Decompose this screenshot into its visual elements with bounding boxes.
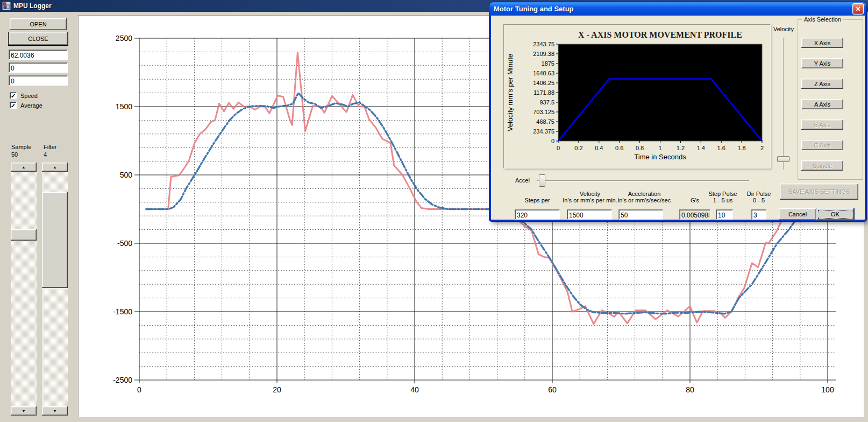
sample-label: Sample	[11, 144, 31, 150]
save-axis-settings-button: SAVE AXIS SETTINGS	[780, 184, 858, 200]
speed-checkbox[interactable]: ✓	[10, 92, 17, 99]
svg-text:0.8: 0.8	[636, 145, 644, 151]
z-axis-button[interactable]: Z Axis	[801, 79, 843, 89]
sample-scroll-down-button[interactable]: ▼	[11, 406, 37, 416]
close-icon[interactable]: ✕	[852, 3, 864, 15]
svg-text:-1500: -1500	[113, 307, 132, 316]
speed-checkbox-label: Speed	[20, 93, 38, 99]
svg-text:20: 20	[273, 385, 281, 394]
svg-text:1.2: 1.2	[677, 145, 685, 151]
filter-scroll-down-button[interactable]: ▼	[42, 406, 68, 416]
gs-field	[679, 209, 710, 220]
svg-text:1875: 1875	[542, 60, 554, 67]
cancel-button[interactable]: Cancel	[779, 208, 816, 220]
value-input-2[interactable]	[9, 62, 68, 73]
svg-text:937.5: 937.5	[539, 99, 554, 105]
a-axis-button[interactable]: A Axis	[801, 99, 843, 109]
average-checkbox[interactable]: ✓	[10, 102, 17, 109]
svg-text:234.375: 234.375	[533, 128, 554, 135]
svg-text:Time in Seconds: Time in Seconds	[634, 153, 686, 161]
sample-scroll-up-button[interactable]: ▲	[11, 163, 37, 172]
dir-pulse-label: Dir Pulse	[743, 191, 775, 197]
dialog-titlebar[interactable]: Motor Tuning and Setup ✕	[489, 2, 866, 16]
sample-scroll-track[interactable]	[11, 172, 37, 406]
open-button[interactable]: OPEN	[10, 18, 67, 30]
motor-tuning-dialog[interactable]: Motor Tuning and Setup ✕ X - AXIS MOTOR …	[489, 2, 866, 221]
step-pulse-sublabel: 1 - 5 us	[706, 197, 739, 203]
arrow-up-icon: ▲	[22, 165, 26, 169]
dir-pulse-sublabel: 0 - 5	[743, 197, 775, 203]
velocity-field-label: Velocity	[563, 191, 617, 197]
velocity-input[interactable]	[567, 209, 612, 220]
svg-text:0: 0	[551, 138, 554, 144]
accel-slider-track[interactable]	[537, 180, 749, 181]
svg-text:0.4: 0.4	[595, 145, 603, 151]
svg-text:1.4: 1.4	[697, 145, 705, 151]
arrow-down-icon: ▼	[22, 409, 26, 413]
dir-pulse-input[interactable]	[751, 209, 766, 220]
svg-text:0.6: 0.6	[615, 145, 623, 151]
value-input-3[interactable]	[9, 75, 68, 86]
arrow-down-icon: ▼	[53, 409, 57, 413]
filter-scroll-up-button[interactable]: ▲	[42, 163, 68, 172]
app-icon	[2, 2, 11, 10]
svg-text:80: 80	[686, 385, 694, 394]
accel-slider-label: Accel	[515, 177, 530, 184]
checkmark-icon: ✓	[11, 93, 16, 99]
svg-text:0.2: 0.2	[574, 145, 582, 151]
svg-text:40: 40	[410, 385, 419, 394]
c-axis-button: C Axis	[801, 140, 843, 150]
svg-text:0: 0	[137, 385, 141, 394]
ok-button[interactable]: OK	[816, 208, 854, 220]
motor-profile-chart-svg: X - AXIS MOTOR MOVEMENT PROFILE2343.7521…	[504, 25, 770, 168]
motor-profile-chart-canvas: X - AXIS MOTOR MOVEMENT PROFILE2343.7521…	[503, 24, 771, 168]
svg-text:60: 60	[548, 385, 557, 394]
svg-text:1171.88: 1171.88	[533, 89, 554, 96]
filter-scroll-track[interactable]	[42, 172, 68, 406]
svg-text:X - AXIS MOTOR MOVEMENT PROFIL: X - AXIS MOTOR MOVEMENT PROFILE	[578, 30, 742, 39]
sample-scrollbar[interactable]: ▲ ▼	[11, 163, 37, 416]
svg-text:703.125: 703.125	[533, 109, 554, 115]
svg-text:100: 100	[821, 385, 834, 394]
steps-per-input[interactable]	[515, 209, 560, 220]
acceleration-field-sublabel: in's or mm's/sec/sec	[615, 197, 674, 203]
value-input-1[interactable]	[9, 50, 68, 60]
sample-scroll-thumb[interactable]	[11, 229, 37, 241]
close-button[interactable]: CLOSE	[9, 32, 68, 45]
arrow-up-icon: ▲	[53, 165, 57, 169]
svg-text:1500: 1500	[116, 102, 132, 111]
svg-text:1.6: 1.6	[717, 145, 725, 151]
svg-text:2500: 2500	[116, 34, 132, 43]
svg-text:1: 1	[658, 145, 661, 151]
b-axis-button: B Axis	[801, 119, 843, 130]
svg-text:1640.63: 1640.63	[533, 70, 554, 76]
velocity-slider-track[interactable]	[783, 38, 784, 170]
filter-value: 4	[44, 151, 47, 158]
average-checkbox-label: Average	[20, 102, 42, 109]
acceleration-input[interactable]	[618, 209, 663, 220]
velocity-slider-thumb[interactable]	[777, 156, 789, 162]
svg-text:468.75: 468.75	[536, 118, 554, 125]
checkmark-icon: ✓	[11, 103, 16, 108]
svg-text:1406.25: 1406.25	[533, 80, 554, 86]
step-pulse-label: Step Pulse	[706, 191, 739, 197]
velocity-field-sublabel: In's or mm's per min.	[558, 197, 622, 203]
accel-slider-thumb[interactable]	[539, 174, 545, 187]
svg-text:500: 500	[120, 171, 133, 179]
svg-text:2109.38: 2109.38	[533, 51, 554, 57]
filter-scrollbar[interactable]: ▲ ▼	[42, 163, 68, 416]
screen: { "icons": { "arrow_up": "▲", "arrow_dow…	[0, 0, 868, 422]
sample-value: 50	[11, 151, 18, 158]
velocity-slider-label: Velocity	[773, 26, 794, 32]
svg-text:-500: -500	[117, 239, 132, 248]
x-axis-button[interactable]: X Axis	[801, 38, 843, 48]
svg-text:-2500: -2500	[113, 376, 132, 384]
window-title: MPU Logger	[13, 2, 52, 10]
acceleration-field-label: Acceleration	[615, 191, 674, 197]
svg-text:2343.75: 2343.75	[533, 41, 554, 47]
filter-scroll-thumb[interactable]	[42, 192, 68, 288]
y-axis-button[interactable]: Y Axis	[801, 58, 843, 68]
dialog-title: Motor Tuning and Setup	[494, 5, 852, 13]
step-pulse-input[interactable]	[716, 209, 733, 220]
steps-per-label: Steps per	[515, 197, 560, 203]
